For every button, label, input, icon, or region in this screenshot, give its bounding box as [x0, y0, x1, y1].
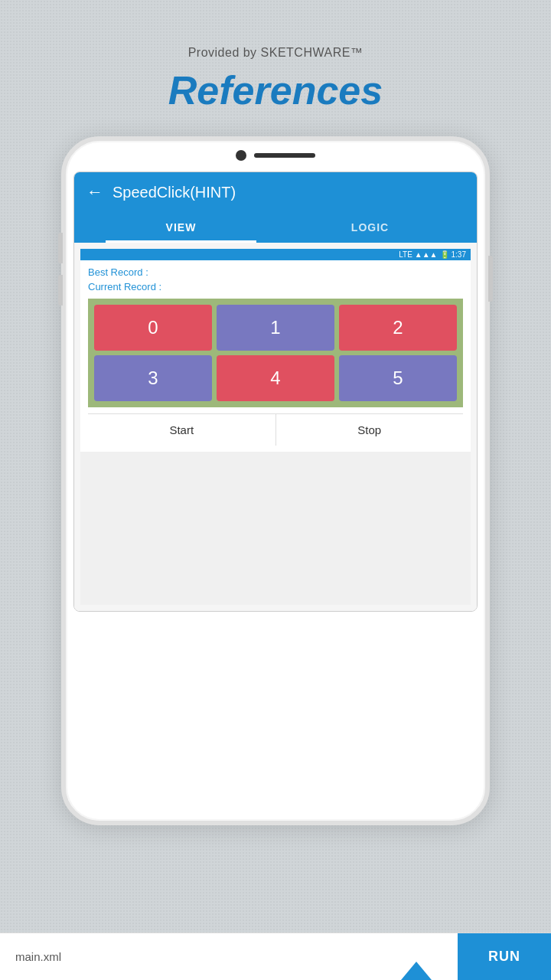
app-bar-top: ← SpeedClick(HINT): [86, 172, 465, 212]
app-bar-title: SpeedClick(HINT): [112, 184, 236, 201]
file-name: main.xml: [0, 950, 458, 963]
time-display: 1:37: [452, 250, 466, 259]
grid-cell-2[interactable]: 2: [339, 305, 457, 351]
side-button-right: [488, 256, 493, 302]
side-button-left2: [58, 275, 63, 305]
app-bar-tabs: VIEW LOGIC: [86, 212, 465, 243]
triangle-indicator: [401, 962, 432, 980]
app-content: Best Record : Current Record : 0 1 2 3 4…: [80, 260, 471, 452]
run-button[interactable]: RUN: [458, 933, 551, 980]
grid-cell-3[interactable]: 3: [94, 355, 212, 401]
grid-cell-0[interactable]: 0: [94, 305, 212, 351]
stop-button[interactable]: Stop: [276, 414, 464, 446]
app-screen: ← SpeedClick(HINT) VIEW LOGIC LTE ▲▲▲ 🔋 …: [73, 172, 478, 612]
provided-by-text: Provided by SKETCHWARE™: [0, 0, 551, 60]
start-button[interactable]: Start: [88, 414, 276, 446]
app-bar: ← SpeedClick(HINT) VIEW LOGIC: [74, 172, 477, 243]
current-record-label: Current Record :: [88, 281, 463, 292]
status-icons: LTE ▲▲▲ 🔋 1:37: [399, 250, 466, 259]
action-buttons: Start Stop: [88, 413, 463, 446]
phone-frame: ← SpeedClick(HINT) VIEW LOGIC LTE ▲▲▲ 🔋 …: [61, 136, 490, 825]
bottom-bar: main.xml RUN: [0, 933, 551, 980]
grid-cell-1[interactable]: 1: [217, 305, 334, 351]
page-title: References: [0, 67, 551, 113]
lte-icon: LTE: [399, 250, 412, 259]
camera-dot: [236, 150, 246, 161]
tab-view[interactable]: VIEW: [86, 212, 276, 243]
tab-logic[interactable]: LOGIC: [276, 212, 465, 243]
game-grid: 0 1 2 3 4 5: [88, 299, 463, 407]
side-button-left: [58, 233, 63, 263]
phone-preview: LTE ▲▲▲ 🔋 1:37 Best Record : Current Rec…: [74, 243, 477, 611]
camera-area: [236, 150, 315, 161]
best-record-label: Best Record :: [88, 266, 463, 278]
back-arrow-icon[interactable]: ←: [86, 182, 103, 202]
preview-status-bar: LTE ▲▲▲ 🔋 1:37: [80, 249, 471, 260]
signal-icon: ▲▲▲: [415, 250, 438, 259]
battery-icon: 🔋: [440, 250, 449, 259]
grid-cell-5[interactable]: 5: [339, 355, 457, 401]
phone-speaker: [254, 153, 315, 158]
grid-cell-4[interactable]: 4: [217, 355, 334, 401]
blank-area: [80, 452, 471, 605]
